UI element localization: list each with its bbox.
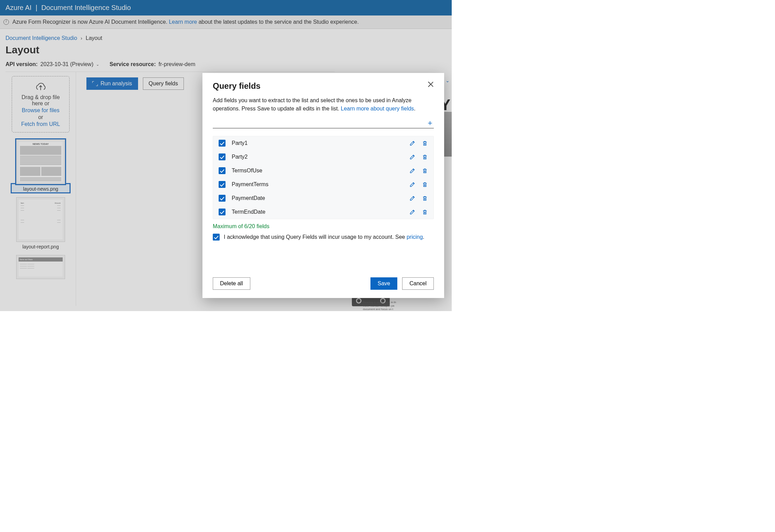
field-row: PaymentDate [213,191,433,205]
field-name: Party1 [232,140,403,146]
delete-icon[interactable] [422,168,428,174]
acknowledge-suffix: . [423,234,424,240]
learn-more-query-fields-link[interactable]: Learn more about query fields [341,106,414,111]
delete-icon[interactable] [422,181,428,188]
field-row: PaymentTerms [213,178,433,191]
field-list: Party1Party2TermsOfUsePaymentTermsPaymen… [213,136,434,219]
add-field-row: ＋ [213,120,434,128]
delete-icon[interactable] [422,154,428,160]
delete-icon[interactable] [422,140,428,146]
modal-footer: Delete all Save Cancel [213,270,434,290]
edit-icon[interactable] [409,154,416,160]
field-name: TermEndDate [232,209,403,215]
field-checkbox[interactable] [219,195,226,202]
modal-title: Query fields [213,81,261,91]
field-name: PaymentTerms [232,181,403,188]
edit-icon[interactable] [409,209,416,215]
acknowledge-checkbox[interactable] [213,234,220,241]
edit-icon[interactable] [409,168,416,174]
edit-icon[interactable] [409,181,416,188]
field-name: PaymentDate [232,195,403,201]
field-row: TermsOfUse [213,164,433,178]
max-fields-note: Maximum of 6/20 fields [213,223,434,230]
pricing-link[interactable]: pricing [407,234,423,240]
acknowledge-text: I acknowledge that using Query Fields wi… [224,234,407,240]
field-row: TermEndDate [213,205,433,219]
add-field-icon[interactable]: ＋ [426,120,434,126]
field-checkbox[interactable] [219,209,226,215]
save-button[interactable]: Save [370,277,397,290]
field-checkbox[interactable] [219,153,226,160]
acknowledge-row: I acknowledge that using Query Fields wi… [213,234,434,241]
delete-icon[interactable] [422,209,428,215]
delete-all-button[interactable]: Delete all [213,277,250,290]
cancel-button[interactable]: Cancel [402,277,434,290]
field-checkbox[interactable] [219,140,226,147]
edit-icon[interactable] [409,195,416,201]
query-fields-modal: Query fields Add fields you want to extr… [202,73,444,298]
modal-description: Add fields you want to extract to the li… [213,96,434,113]
close-icon[interactable] [428,81,434,87]
edit-icon[interactable] [409,140,416,146]
field-checkbox[interactable] [219,167,226,174]
field-row: Party2 [213,150,433,164]
field-name: Party2 [232,154,403,160]
field-name: TermsOfUse [232,168,403,174]
field-row: Party1 [213,136,433,150]
field-checkbox[interactable] [219,181,226,188]
delete-icon[interactable] [422,195,428,201]
